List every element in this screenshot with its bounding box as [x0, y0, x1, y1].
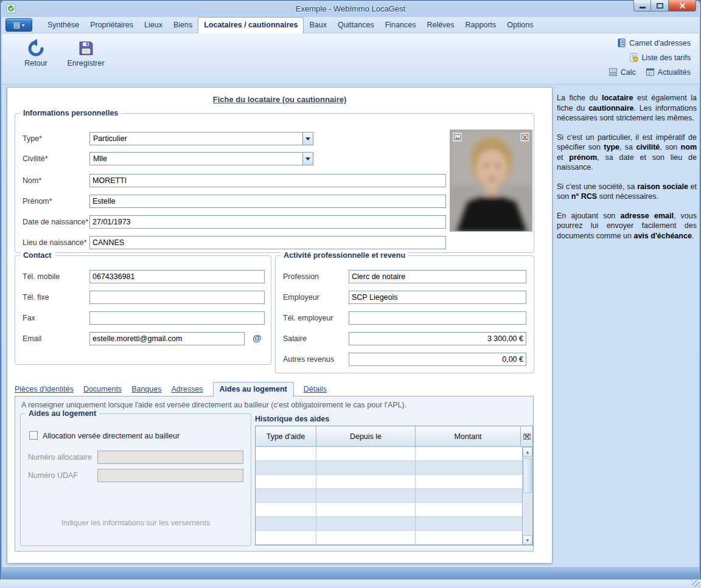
employer-label: Employeur — [283, 293, 319, 302]
firstname-input[interactable] — [89, 195, 446, 208]
scroll-down-button[interactable]: ▼ — [523, 535, 532, 545]
personal-info-group: Informations personnelles Type* Particul… — [15, 113, 534, 253]
app-icon — [6, 4, 16, 13]
scroll-up-button[interactable]: ▲ — [523, 447, 532, 457]
salary-input[interactable] — [349, 332, 526, 345]
grid-clear-button[interactable] — [521, 426, 532, 447]
window-title: Exemple - WebImmo LocaGest — [0, 4, 701, 13]
subtab-aides-au-logement[interactable]: Aides au logement — [213, 382, 294, 397]
close-button[interactable] — [669, 0, 696, 12]
resize-grip[interactable] — [692, 580, 700, 587]
lastname-label: Nom* — [23, 176, 41, 185]
mobile-input[interactable] — [89, 270, 265, 283]
tariff-list-button[interactable]: Liste des tarifs — [629, 53, 691, 62]
help-paragraph: En ajoutant son adresse email, vous pour… — [557, 211, 697, 241]
birthplace-label: Lieu de naissance* — [23, 238, 87, 247]
subtab-banques[interactable]: Banques — [131, 385, 161, 396]
scrollbar-thumb[interactable] — [523, 458, 532, 493]
birthdate-input[interactable] — [89, 215, 446, 229]
minimize-button[interactable] — [633, 0, 651, 12]
photo-delete-icon[interactable] — [520, 132, 530, 142]
landline-input[interactable] — [89, 291, 265, 304]
tariff-list-icon — [629, 53, 638, 62]
chevron-down-icon: ▾ — [22, 22, 24, 28]
table-row[interactable] — [256, 531, 522, 545]
contact-group: Contact Tél. mobile Tél. fixe Fax Email … — [15, 255, 271, 365]
aides-tab-panel: A renseigner uniquement lorsque l'aide e… — [15, 396, 534, 552]
type-dropdown-arrow[interactable] — [302, 133, 313, 145]
subtab-pieces-identites[interactable]: Pièces d'identités — [15, 385, 74, 396]
app-menu-button[interactable]: ▤ ▾ — [5, 18, 32, 32]
table-row[interactable] — [256, 489, 522, 503]
help-paragraph: Si c'est une société, sa raison sociale … — [557, 182, 697, 202]
civility-select[interactable]: Mlle — [89, 152, 313, 165]
table-row[interactable] — [256, 475, 522, 489]
tab-biens[interactable]: Biens — [168, 18, 198, 33]
calc-label: Calc — [621, 68, 636, 77]
tab-proprietaires[interactable]: Propriétaires — [85, 18, 139, 33]
birthplace-input[interactable] — [89, 236, 446, 249]
profession-input[interactable] — [349, 270, 526, 283]
address-book-label: Carnet d'adresses — [629, 39, 691, 47]
tab-releves[interactable]: Relèves — [421, 18, 459, 33]
column-type-aide[interactable]: Type d'aide — [256, 426, 316, 447]
tab-lieux[interactable]: Lieux — [139, 18, 168, 33]
save-button[interactable]: Enregistrer — [63, 37, 109, 67]
aid-history-header: Type d'aide Depuis le Montant — [256, 426, 532, 447]
column-depuis-le[interactable]: Depuis le — [316, 426, 416, 447]
tab-quittances[interactable]: Quittances — [332, 18, 380, 33]
birthdate-label: Date de naissance* — [23, 218, 88, 226]
column-montant[interactable]: Montant — [416, 426, 521, 447]
table-row[interactable] — [256, 461, 522, 475]
grid-clear-icon — [523, 433, 531, 440]
minimize-icon — [640, 3, 646, 9]
subtab-adresses[interactable]: Adresses — [171, 385, 203, 396]
maximize-button[interactable] — [651, 0, 669, 12]
calc-button[interactable]: Calc — [609, 67, 636, 77]
personal-info-legend: Informations personnelles — [20, 109, 121, 117]
allocation-checkbox[interactable] — [29, 431, 38, 440]
tab-finances[interactable]: Finances — [380, 18, 422, 33]
close-icon — [679, 3, 686, 9]
address-book-button[interactable]: Carnet d'adresses — [617, 38, 691, 47]
type-select[interactable]: Particulier — [89, 132, 313, 145]
udaf-input[interactable] — [97, 469, 243, 482]
employer-input[interactable] — [349, 291, 526, 304]
allocataire-input[interactable] — [97, 451, 243, 464]
fax-input[interactable] — [89, 311, 265, 325]
subtab-documents[interactable]: Documents — [83, 385, 122, 396]
udaf-label: Numéro UDAF — [28, 471, 78, 480]
table-row[interactable] — [256, 517, 522, 531]
civility-dropdown-arrow[interactable] — [302, 153, 313, 165]
email-at-icon[interactable]: @ — [253, 333, 262, 343]
table-row[interactable] — [256, 503, 522, 517]
tenant-record-panel: Fiche du locataire (ou cautionnaire) Inf… — [7, 87, 553, 564]
email-input[interactable] — [89, 332, 245, 345]
tab-synthese[interactable]: Synthèse — [42, 18, 85, 33]
mobile-label: Tél. mobile — [23, 272, 60, 281]
tab-locataires-cautionnaires[interactable]: Locataires / cautionnaires — [198, 17, 304, 33]
aid-notice: A renseigner uniquement lorsque l'aide e… — [21, 401, 406, 409]
help-sidebar: La fiche du locataire est également la f… — [557, 93, 697, 250]
calc-icon — [609, 67, 618, 77]
employer-phone-input[interactable] — [349, 311, 526, 325]
maximize-icon — [657, 3, 663, 9]
table-scrollbar[interactable]: ▲ ▼ — [522, 447, 532, 545]
tab-options[interactable]: Options — [501, 18, 539, 33]
tab-rapports[interactable]: Rapports — [460, 18, 502, 33]
lastname-input[interactable] — [89, 174, 446, 187]
table-row[interactable] — [256, 447, 522, 461]
work-group: Activité professionnelle et revenu Profe… — [275, 255, 534, 373]
other-income-input[interactable] — [349, 353, 526, 366]
tab-baux[interactable]: Baux — [304, 18, 332, 33]
profession-label: Profession — [283, 272, 319, 281]
news-button[interactable]: Actualités — [646, 67, 691, 77]
photo-upload-icon[interactable] — [452, 132, 462, 142]
back-label: Retour — [13, 59, 59, 67]
subtab-details[interactable]: Détails — [304, 385, 327, 396]
contact-legend: Contact — [20, 251, 55, 260]
back-button[interactable]: Retour — [13, 37, 59, 67]
scrollbar-track[interactable] — [523, 457, 532, 535]
payments-info-text: Indiquer les informations sur les versem… — [21, 519, 251, 527]
window-controls: ? — [633, 0, 696, 12]
